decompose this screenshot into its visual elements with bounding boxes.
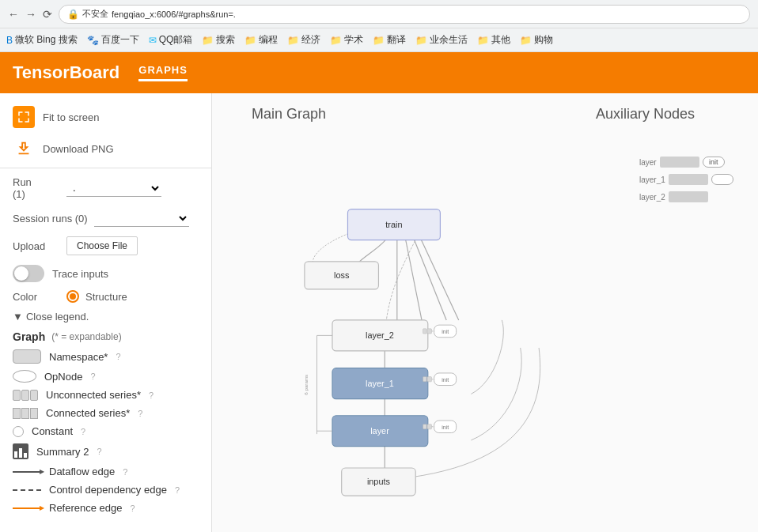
aux-bar-layer2	[669, 191, 708, 202]
close-legend-button[interactable]: ▼ Close legend.	[0, 306, 211, 327]
summary-help[interactable]: ?	[97, 447, 101, 456]
trace-inputs-toggle[interactable]	[13, 265, 44, 282]
reference-label: Reference edge	[49, 502, 123, 514]
chevron-down-icon: ▼	[13, 311, 23, 323]
back-button[interactable]: ←	[8, 8, 19, 21]
session-runs-dropdown[interactable]	[94, 209, 189, 227]
color-label: Color	[13, 291, 60, 303]
download-png-section: Download PNG	[0, 133, 211, 164]
dataflow-help[interactable]: ?	[123, 467, 127, 477]
expandable-note: (* = expandable)	[51, 331, 121, 342]
loss-node-label: loss	[334, 270, 350, 280]
connected-shape	[13, 408, 38, 419]
structure-label: Structure	[85, 291, 133, 303]
inputs-node-label: inputs	[367, 477, 391, 486]
bookmark-coding[interactable]: 📁 编程	[244, 33, 278, 47]
content-area: Main Graph Auxiliary Nodes layer init la…	[212, 93, 758, 532]
fit-to-screen-section: Fit to screen	[0, 101, 211, 133]
aux-nodes-panel: layer init layer_1 layer_2	[639, 133, 742, 209]
svg-rect-12	[427, 377, 431, 382]
unconnected-label: Unconnected series*	[46, 389, 141, 401]
aux-init-layer1[interactable]	[711, 174, 733, 185]
graph-legend-title: Graph (* = expandable)	[0, 327, 211, 346]
constant-shape	[13, 426, 24, 437]
aux-init-layer[interactable]: init	[703, 157, 725, 168]
graph-svg[interactable]: train loss layer_2 init layer_1 init	[212, 133, 631, 532]
reference-edge-shape	[13, 507, 41, 509]
opnode-help[interactable]: ?	[90, 372, 95, 381]
svg-text:init: init	[442, 424, 449, 430]
bookmark-search[interactable]: 📁 搜索	[202, 33, 235, 47]
trace-inputs-row: Trace inputs	[0, 260, 211, 287]
unconnected-shape	[13, 390, 38, 401]
legend-namespace: Namespace* ?	[0, 346, 211, 367]
aux-bar-layer	[660, 157, 699, 168]
tab-graphs[interactable]: GRAPHS	[138, 64, 188, 81]
opnode-shape	[13, 370, 36, 383]
dataflow-label: Dataflow edge	[49, 466, 115, 477]
bookmark-baidu[interactable]: 🐾 百度一下	[87, 33, 139, 47]
color-row: Color Structure	[0, 287, 211, 306]
reference-help[interactable]: ?	[131, 504, 135, 513]
legend-reference: Reference edge ?	[0, 499, 211, 517]
url-bar: 🔒 不安全 fengqiao_x:6006/#graphs&run=.	[59, 5, 750, 24]
bookmark-translate[interactable]: 📁 翻译	[373, 33, 406, 47]
bookmark-hobby[interactable]: 📁 业余生活	[415, 33, 468, 47]
control-label: Control dependency edge	[49, 484, 167, 496]
svg-text:init: init	[442, 377, 449, 383]
bookmark-other[interactable]: 📁 其他	[477, 33, 510, 47]
url-text: 不安全	[82, 8, 108, 20]
unconnected-help[interactable]: ?	[149, 391, 153, 400]
main-layout: Fit to screen Download PNG Run (1) .	[0, 93, 758, 532]
legend-connected: Connected series* ?	[0, 404, 211, 422]
top-nav: TensorBoard GRAPHS	[0, 52, 758, 93]
upload-label: Upload	[13, 240, 60, 252]
aux-node-layer: layer init	[639, 157, 742, 168]
choose-file-button[interactable]: Choose File	[66, 236, 138, 255]
session-runs-row: Session runs (0)	[0, 205, 211, 232]
sidebar: Fit to screen Download PNG Run (1) .	[0, 93, 212, 532]
trace-inputs-label: Trace inputs	[52, 268, 108, 280]
fit-to-screen-button[interactable]: Fit to screen	[43, 111, 100, 123]
legend-constant: Constant ?	[0, 422, 211, 440]
legend-dataflow: Dataflow edge ?	[0, 462, 211, 481]
bookmark-bing[interactable]: B 微软 Bing 搜索	[6, 33, 78, 47]
connected-label: Connected series*	[46, 407, 130, 419]
control-help[interactable]: ?	[175, 485, 180, 495]
divider-1	[0, 168, 211, 168]
control-edge-shape	[13, 489, 41, 491]
main-graph-title: Main Graph	[252, 106, 326, 123]
run-label: Run (1)	[13, 176, 60, 200]
download-png-button[interactable]: Download PNG	[43, 143, 114, 155]
namespace-label: Namespace*	[49, 351, 108, 363]
namespace-help[interactable]: ?	[116, 352, 120, 361]
bookmark-academic[interactable]: 📁 学术	[330, 33, 363, 47]
connected-help[interactable]: ?	[138, 409, 142, 418]
summary-label: Summary 2	[36, 446, 89, 458]
legend-unconnected: Unconnected series* ?	[0, 386, 211, 404]
download-icon	[13, 138, 35, 160]
bookmark-shopping[interactable]: 📁 购物	[520, 33, 553, 47]
refresh-button[interactable]: ⟳	[43, 8, 52, 21]
browser-bar: ← → ⟳ 🔒 不安全 fengqiao_x:6006/#graphs&run=…	[0, 0, 758, 28]
aux-bar-layer1	[669, 174, 708, 185]
legend-opnode: OpNode ?	[0, 367, 211, 386]
bookmark-qq[interactable]: ✉ QQ邮箱	[149, 33, 193, 47]
svg-text:init: init	[442, 329, 449, 334]
fit-icon	[13, 106, 35, 128]
opnode-label: OpNode	[44, 371, 82, 383]
session-runs-label: Session runs (0)	[13, 213, 88, 224]
bookmarks-bar: B 微软 Bing 搜索 🐾 百度一下 ✉ QQ邮箱 📁 搜索 📁 编程 📁 经…	[0, 28, 758, 52]
run-dropdown[interactable]: .	[66, 179, 161, 197]
svg-rect-18	[427, 424, 431, 429]
legend-summary: Summary 2 ?	[0, 440, 211, 462]
bookmark-economy[interactable]: 📁 经济	[287, 33, 320, 47]
svg-rect-13	[423, 377, 427, 382]
constant-label: Constant	[32, 425, 73, 437]
dataflow-edge-shape	[13, 471, 41, 473]
layer1-node-label: layer_1	[366, 379, 394, 388]
constant-help[interactable]: ?	[81, 427, 85, 436]
run-row: Run (1) .	[0, 172, 211, 205]
forward-button[interactable]: →	[25, 8, 36, 21]
color-structure-radio[interactable]	[66, 290, 79, 303]
